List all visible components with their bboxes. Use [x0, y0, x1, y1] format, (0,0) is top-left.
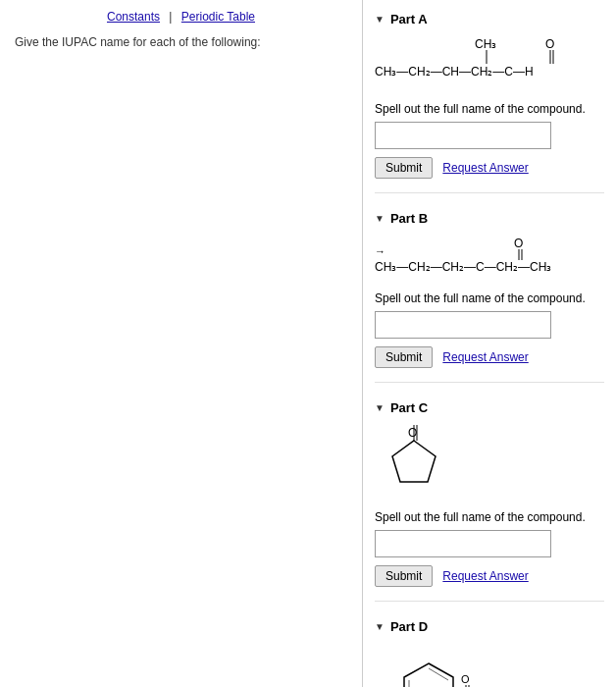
part-c-label: Part C: [390, 400, 428, 415]
part-b-header: ▼ Part B: [375, 211, 604, 226]
svg-text:O: O: [408, 426, 417, 440]
part-a-section: ▼ Part A CH₃—CH₂—CH—CH₂—C—H CH₃ O Spell …: [375, 12, 604, 193]
svg-text:O: O: [545, 37, 554, 51]
part-b-structure: CH₃—CH₂—CH₂—C—CH₂—CH₃ O →: [375, 234, 604, 286]
part-b-label: Part B: [390, 211, 428, 226]
part-b-btn-row: Submit Request Answer: [375, 346, 604, 368]
part-c-svg: O: [375, 423, 453, 502]
svg-marker-11: [392, 441, 436, 482]
part-c-structure: O: [375, 423, 604, 504]
part-a-label: Part A: [390, 12, 428, 26]
part-d-svg: O H Cl: [375, 642, 492, 687]
part-c-request-answer-link[interactable]: Request Answer: [442, 569, 528, 583]
part-b-svg: CH₃—CH₂—CH₂—C—CH₂—CH₃ O →: [375, 234, 610, 283]
part-a-arrow: ▼: [375, 14, 385, 25]
part-a-btn-row: Submit Request Answer: [375, 157, 604, 179]
part-a-answer-input[interactable]: [375, 122, 551, 149]
svg-text:→: →: [375, 245, 385, 257]
svg-text:O: O: [514, 237, 523, 250]
part-a-header: ▼ Part A: [375, 12, 604, 26]
part-d-section: ▼ Part D O H Cl: [375, 619, 604, 687]
part-b-section: ▼ Part B CH₃—CH₂—CH₂—C—CH₂—CH₃ O → Spell…: [375, 211, 604, 383]
instruction-text: Give the IUPAC name for each of the foll…: [15, 35, 347, 49]
part-d-header: ▼ Part D: [375, 619, 604, 634]
part-c-answer-input[interactable]: [375, 530, 551, 557]
periodic-table-link[interactable]: Periodic Table: [181, 10, 255, 24]
link-separator: |: [169, 10, 172, 24]
top-links: Constants | Periodic Table: [15, 10, 347, 24]
constants-link[interactable]: Constants: [107, 10, 160, 24]
part-d-structure: O H Cl: [375, 642, 604, 687]
part-c-spell-instruction: Spell out the full name of the compound.: [375, 510, 604, 524]
part-a-spell-instruction: Spell out the full name of the compound.: [375, 102, 604, 116]
part-d-arrow: ▼: [375, 621, 385, 632]
right-panel: ▼ Part A CH₃—CH₂—CH—CH₂—C—H CH₃ O Spell …: [363, 0, 616, 687]
part-d-label: Part D: [390, 619, 428, 634]
part-c-arrow: ▼: [375, 402, 385, 413]
part-b-answer-input[interactable]: [375, 311, 551, 339]
svg-text:CH₃—CH₂—CH₂—C—CH₂—CH₃: CH₃—CH₂—CH₂—C—CH₂—CH₃: [375, 260, 551, 274]
part-c-btn-row: Submit Request Answer: [375, 565, 604, 587]
left-panel: Constants | Periodic Table Give the IUPA…: [0, 0, 363, 687]
part-b-submit-button[interactable]: Submit: [375, 346, 433, 368]
part-c-header: ▼ Part C: [375, 400, 604, 415]
part-a-svg: CH₃—CH₂—CH—CH₂—C—H CH₃ O: [375, 34, 610, 93]
svg-text:O: O: [461, 673, 470, 685]
svg-line-16: [429, 668, 448, 680]
part-a-structure: CH₃—CH₂—CH—CH₂—C—H CH₃ O: [375, 34, 604, 96]
part-a-submit-button[interactable]: Submit: [375, 157, 433, 179]
part-c-submit-button[interactable]: Submit: [375, 565, 433, 587]
svg-text:CH₃: CH₃: [475, 37, 496, 51]
part-c-section: ▼ Part C O Spell out the full name of th…: [375, 400, 604, 602]
svg-text:CH₃—CH₂—CH—CH₂—C—H: CH₃—CH₂—CH—CH₂—C—H: [375, 65, 534, 79]
part-b-arrow: ▼: [375, 213, 385, 224]
svg-marker-15: [404, 663, 453, 687]
part-b-spell-instruction: Spell out the full name of the compound.: [375, 291, 604, 305]
part-b-request-answer-link[interactable]: Request Answer: [442, 350, 528, 364]
part-a-request-answer-link[interactable]: Request Answer: [442, 161, 528, 175]
